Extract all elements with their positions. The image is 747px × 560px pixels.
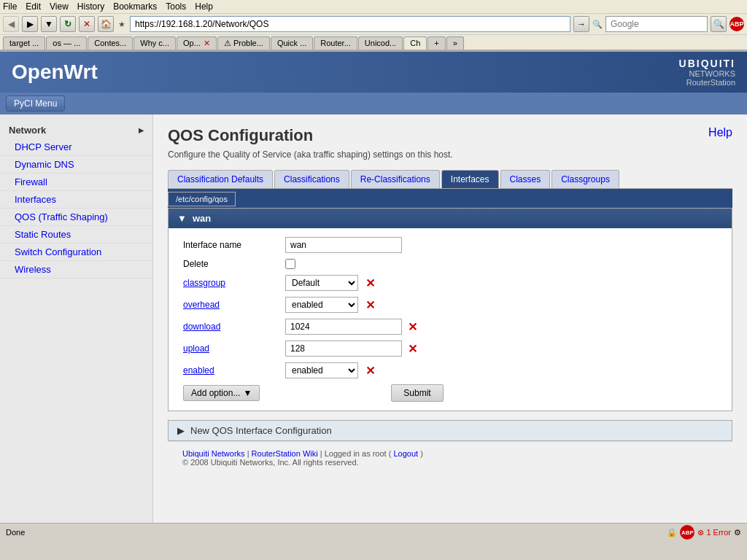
tab-path-row: /etc/config/qos <box>168 189 732 208</box>
brand-sub: NETWORKS <box>679 69 735 78</box>
tab-close-4[interactable]: ✕ <box>204 39 210 47</box>
lock-icon: 🔒 <box>667 528 677 537</box>
forward-button[interactable]: ▶ <box>22 16 38 32</box>
download-input[interactable] <box>285 319 402 335</box>
sidebar-item-ddns[interactable]: Dynamic DNS <box>0 156 152 174</box>
new-interface-expand-icon: ▶ <box>177 425 185 436</box>
download-remove-button[interactable]: ✕ <box>408 320 417 334</box>
menu-edit[interactable]: Edit <box>26 1 41 12</box>
main-layout: Network ▸ DHCP Server Dynamic DNS Firewa… <box>0 114 747 523</box>
search-go-button[interactable]: 🔍 <box>711 16 727 32</box>
tab-reclassifications[interactable]: Re-Classifications <box>351 170 440 188</box>
pyci-menu-button[interactable]: PyCI Menu <box>6 96 65 112</box>
menu-view[interactable]: View <box>50 1 69 12</box>
overhead-remove-button[interactable]: ✕ <box>365 298 375 312</box>
browser-tab-4[interactable]: Op...✕ <box>177 36 217 50</box>
overhead-select[interactable]: enabled disabled <box>285 297 358 313</box>
add-option-label: Add option... <box>191 388 240 398</box>
delete-checkbox[interactable] <box>285 259 295 269</box>
sidebar-item-wireless[interactable]: Wireless <box>0 261 152 279</box>
wan-section: ▼ wan Interface name Delete classgroup <box>168 208 732 411</box>
ubiquiti-logo: UBIQUITI NETWORKS RouterStation <box>679 58 735 87</box>
classgroup-link[interactable]: classgroup <box>183 278 225 288</box>
tab-classification-defaults[interactable]: Classification Defaults <box>168 170 273 188</box>
classgroup-select-wrap: Default ✕ <box>285 275 375 291</box>
wan-collapse-icon[interactable]: ▼ <box>177 213 187 224</box>
error-indicator[interactable]: ⊗ 1 Error <box>697 528 731 537</box>
browser-menubar: File Edit View History Bookmarks Tools H… <box>0 0 747 14</box>
enabled-remove-button[interactable]: ✕ <box>365 364 375 378</box>
download-label: download <box>183 322 285 332</box>
help-link[interactable]: Help <box>708 126 732 139</box>
sidebar-item-static-routes[interactable]: Static Routes <box>0 226 152 244</box>
browser-tab-5[interactable]: ⚠ Proble... <box>217 36 270 50</box>
status-right: 🔒 ABP ⊗ 1 Error ⚙ <box>667 525 741 540</box>
browser-tab-1[interactable]: os — ... <box>46 36 87 50</box>
menu-history[interactable]: History <box>77 1 104 12</box>
sidebar-expand-icon[interactable]: ▸ <box>139 125 144 136</box>
footer-logout-link[interactable]: Logout <box>393 449 418 458</box>
reload-button[interactable]: ↻ <box>60 16 76 32</box>
browser-tab-3[interactable]: Why c... <box>133 36 176 50</box>
tab-classes[interactable]: Classes <box>500 170 551 188</box>
home-button[interactable]: 🏠 <box>98 16 114 32</box>
status-text: Done <box>6 528 25 537</box>
footer-login-text: | Logged in as root ( <box>320 449 392 458</box>
error-count: 1 Error <box>706 528 731 537</box>
back-button[interactable]: ◀ <box>3 16 19 32</box>
browser-tab-0[interactable]: target ... <box>3 36 45 50</box>
upload-link[interactable]: upload <box>183 343 209 354</box>
sidebar-item-dhcp[interactable]: DHCP Server <box>0 139 152 156</box>
upload-row: upload ✕ <box>183 341 717 357</box>
search-input[interactable] <box>605 16 708 32</box>
new-interface-label: New QOS Interface Configuration <box>190 425 332 436</box>
url-bar[interactable] <box>130 16 570 32</box>
sidebar: Network ▸ DHCP Server Dynamic DNS Firewa… <box>0 114 153 523</box>
download-link[interactable]: download <box>183 322 220 332</box>
menu-bookmarks[interactable]: Bookmarks <box>113 1 157 12</box>
footer-link-wiki[interactable]: RouterStation Wiki <box>252 449 318 458</box>
stop-button[interactable]: ✕ <box>79 16 95 32</box>
dropdown-button[interactable]: ▼ <box>41 16 57 32</box>
upload-remove-button[interactable]: ✕ <box>408 342 417 356</box>
menu-help[interactable]: Help <box>195 1 213 12</box>
tab-interfaces[interactable]: Interfaces <box>441 170 499 188</box>
enabled-select-wrap: enabled disabled ✕ <box>285 362 375 378</box>
enabled-select[interactable]: enabled disabled <box>285 362 358 378</box>
enabled-link[interactable]: enabled <box>183 365 214 376</box>
tab-classifications[interactable]: Classifications <box>274 170 349 188</box>
interface-name-input[interactable] <box>285 237 402 253</box>
browser-tab-8[interactable]: Unicod... <box>358 36 403 50</box>
overhead-link[interactable]: overhead <box>183 300 220 310</box>
browser-tab-9[interactable]: Ch <box>403 36 427 50</box>
sidebar-item-switch[interactable]: Switch Configuration <box>0 244 152 261</box>
classgroup-remove-button[interactable]: ✕ <box>365 276 375 290</box>
sidebar-item-firewall[interactable]: Firewall <box>0 174 152 191</box>
tab-classgroups[interactable]: Classgroups <box>551 170 619 188</box>
abp-button[interactable]: ABP <box>729 17 744 31</box>
tab-scroll-right[interactable]: » <box>446 36 464 50</box>
settings-icon[interactable]: ⚙ <box>734 528 741 537</box>
classgroup-select[interactable]: Default <box>285 275 358 291</box>
product-name: RouterStation <box>679 78 735 87</box>
footer-link-ubiquiti[interactable]: Ubiquiti Networks <box>182 449 245 458</box>
browser-tab-6[interactable]: Quick ... <box>271 36 313 50</box>
menu-tools[interactable]: Tools <box>166 1 186 12</box>
browser-tab-2[interactable]: Contes... <box>88 36 133 50</box>
delete-label: Delete <box>183 259 285 269</box>
sidebar-item-interfaces[interactable]: Interfaces <box>0 191 152 209</box>
interface-name-label: Interface name <box>183 240 285 250</box>
url-go-button[interactable]: → <box>573 16 589 32</box>
menu-file[interactable]: File <box>3 1 17 12</box>
add-option-dropdown-icon: ▼ <box>243 388 252 398</box>
upload-input[interactable] <box>285 341 402 357</box>
add-option-button[interactable]: Add option... ▼ <box>183 385 260 401</box>
page-description: Configure the Quality of Service (aka tr… <box>168 149 732 160</box>
new-tab-button[interactable]: + <box>427 36 445 50</box>
new-interface-header[interactable]: ▶ New QOS Interface Configuration <box>169 421 732 440</box>
submit-button[interactable]: Submit <box>391 384 443 402</box>
browser-tab-7[interactable]: Router... <box>314 36 357 50</box>
enabled-row: enabled enabled disabled ✕ <box>183 362 717 378</box>
brand-name: UBIQUITI <box>679 58 735 69</box>
sidebar-item-qos[interactable]: QOS (Traffic Shaping) <box>0 209 152 226</box>
